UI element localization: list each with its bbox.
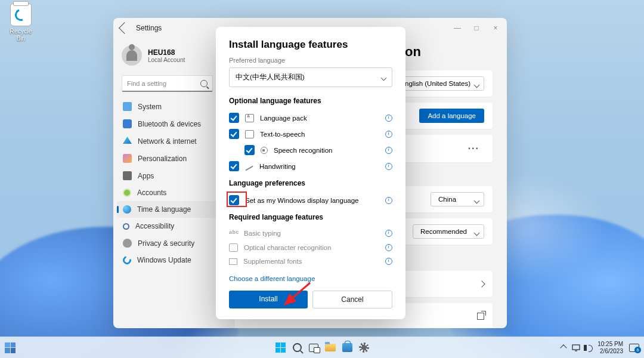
sidebar: HEU168 Local Account Find a setting Syst…: [113, 38, 218, 328]
checkbox-icon[interactable]: [229, 113, 239, 123]
ni-acct-icon: [123, 189, 131, 197]
ni-time-icon: [123, 205, 131, 214]
tray-overflow-icon[interactable]: [561, 344, 567, 351]
display-language-select[interactable]: English (United States): [392, 76, 484, 91]
dialog-title: Install language features: [229, 39, 392, 51]
sidebar-item-bluetooth-devices[interactable]: Bluetooth & devices: [117, 115, 218, 132]
search-placeholder: Find a setting: [127, 80, 166, 87]
sidebar-item-accessibility[interactable]: Accessibility: [117, 218, 218, 234]
info-icon[interactable]: [385, 230, 392, 237]
ni-sys-icon: [123, 102, 132, 111]
ni-priv-icon: [123, 239, 132, 248]
feature-speech-recognition[interactable]: Speech recognition: [244, 142, 392, 158]
pack-icon: [245, 114, 254, 122]
recycle-bin-label: Recycle Bin: [5, 27, 37, 42]
install-language-dialog: Install language features Preferred lang…: [216, 27, 405, 319]
file-explorer-button[interactable]: [324, 341, 337, 354]
feature-language-pack[interactable]: Language pack: [229, 110, 392, 126]
info-icon[interactable]: [385, 163, 392, 170]
close-button[interactable]: ×: [491, 24, 500, 32]
ni-net-icon: [123, 137, 132, 146]
window-title: Settings: [136, 24, 162, 32]
info-icon[interactable]: [385, 131, 392, 138]
minimize-button[interactable]: —: [453, 24, 462, 32]
preferred-language-label: Preferred language: [229, 57, 392, 64]
cancel-button[interactable]: Cancel: [312, 291, 392, 308]
ni-acc-icon: [123, 223, 129, 230]
recycle-bin-icon[interactable]: Recycle Bin: [5, 4, 37, 42]
profile-name: HEU168: [148, 48, 185, 57]
profile-account-type: Local Account: [148, 57, 185, 63]
external-link-icon: [477, 313, 484, 320]
ni-bt-icon: [123, 119, 132, 128]
ocr-icon: [229, 243, 238, 252]
sidebar-item-accounts[interactable]: Accounts: [117, 184, 218, 201]
notification-badge: 6: [634, 347, 641, 353]
supp-icon: [229, 258, 237, 265]
sidebar-item-privacy-security[interactable]: Privacy & security: [117, 234, 218, 252]
back-button[interactable]: [119, 22, 131, 34]
ni-wu-icon: [121, 254, 132, 266]
info-icon[interactable]: [385, 258, 392, 265]
feature-set-as-my-windows-display-language[interactable]: Set as my Windows display language: [229, 192, 392, 208]
info-icon[interactable]: [385, 147, 392, 154]
time-text: 10:25 PM: [597, 341, 623, 348]
system-tray[interactable]: [572, 344, 592, 351]
feature-handwriting[interactable]: Handwriting: [229, 158, 392, 174]
sidebar-item-time-language[interactable]: Time & language: [117, 201, 218, 218]
start-button[interactable]: [274, 341, 287, 354]
checkbox-icon[interactable]: [229, 129, 239, 139]
more-icon[interactable]: ···: [463, 141, 484, 156]
install-button[interactable]: Install: [229, 291, 308, 308]
settings-taskbar-button[interactable]: [357, 341, 370, 354]
choose-different-language-link[interactable]: Choose a different language: [229, 268, 392, 283]
sidebar-item-network-internet[interactable]: Network & internet: [117, 132, 218, 150]
tts-icon: [245, 130, 254, 138]
checkbox-icon[interactable]: [229, 195, 239, 205]
regional-format-select[interactable]: Recommended: [413, 224, 484, 239]
notifications-button[interactable]: 6: [629, 344, 639, 352]
language-select[interactable]: 中文(中华人民共和国): [229, 67, 392, 87]
search-input[interactable]: Find a setting: [122, 75, 213, 92]
sidebar-item-windows-update[interactable]: Windows Update: [117, 252, 218, 268]
sidebar-item-apps[interactable]: Apps: [117, 167, 218, 184]
display-project-icon: [572, 344, 580, 351]
speaker-icon: [584, 345, 592, 351]
add-language-button[interactable]: Add a language: [419, 109, 484, 123]
required-features-header: Required language features: [229, 213, 392, 221]
svg-rect-1: [572, 345, 580, 350]
microsoft-store-button[interactable]: [340, 341, 354, 354]
sidebar-item-system[interactable]: System: [117, 98, 218, 115]
checkbox-icon[interactable]: [229, 161, 239, 171]
avatar-icon: [122, 45, 142, 66]
feature-text-to-speech[interactable]: Text-to-speech: [229, 126, 392, 142]
widgets-button[interactable]: [4, 341, 17, 354]
optional-features-header: Optional language features: [229, 97, 392, 105]
language-preferences-header: Language preferences: [229, 179, 392, 187]
info-icon[interactable]: [385, 197, 392, 204]
profile-block[interactable]: HEU168 Local Account: [117, 42, 218, 73]
feature-supplemental-fonts: Supplemental fonts: [229, 255, 392, 268]
taskbar-search-button[interactable]: [290, 341, 304, 354]
taskbar: 10:25 PM 2/6/2023 6: [0, 337, 644, 358]
feature-basic-typing: abcBasic typing: [229, 226, 392, 240]
info-icon[interactable]: [385, 244, 392, 251]
sidebar-item-personalization[interactable]: Personalization: [117, 150, 218, 167]
clock[interactable]: 10:25 PM 2/6/2023: [597, 341, 623, 354]
spk-icon: [261, 147, 268, 154]
search-icon: [200, 80, 208, 87]
basic-typing-icon: abc: [229, 229, 238, 237]
chevron-right-icon: [478, 280, 485, 287]
maximize-button[interactable]: □: [472, 24, 481, 32]
info-icon[interactable]: [385, 115, 392, 122]
ni-pers-icon: [123, 154, 132, 163]
task-view-button[interactable]: [307, 341, 320, 354]
hw-icon: [245, 165, 253, 171]
date-text: 2/6/2023: [597, 348, 623, 355]
country-select[interactable]: China: [431, 192, 484, 206]
feature-optical-character-recognition: Optical character recognition: [229, 240, 392, 255]
checkbox-icon[interactable]: [244, 145, 255, 155]
ni-apps-icon: [123, 171, 132, 180]
